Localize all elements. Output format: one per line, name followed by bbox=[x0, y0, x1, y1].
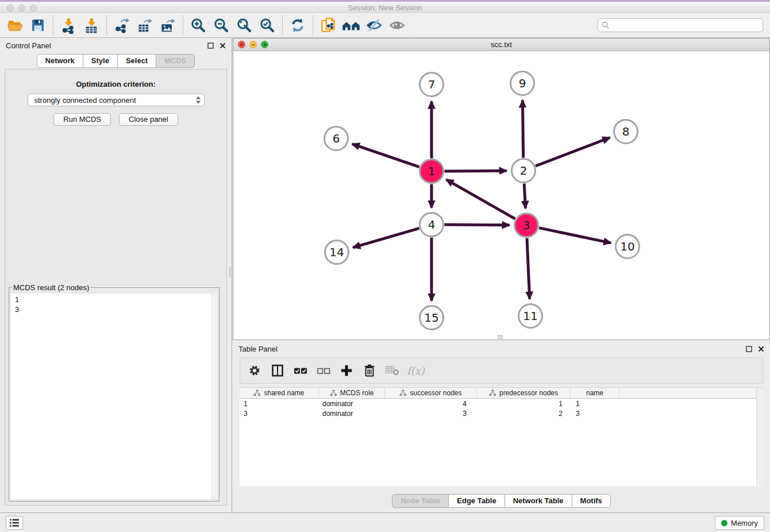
import-table-button[interactable] bbox=[80, 14, 103, 36]
graph-node-label-7: 7 bbox=[428, 78, 436, 91]
column-header-name[interactable]: name bbox=[571, 388, 619, 398]
table-body: 1dominator4113dominator323 bbox=[240, 399, 763, 418]
table-panel: Table Panel bbox=[233, 341, 770, 512]
table-panel-title: Table Panel bbox=[238, 345, 278, 353]
export-table-icon bbox=[136, 17, 153, 34]
main-toolbar bbox=[0, 13, 770, 38]
network-view-frame: scc.txt 7968124314101511 bbox=[233, 38, 770, 340]
graph-node-label-11: 11 bbox=[523, 309, 537, 323]
graph-node-label-10: 10 bbox=[620, 240, 634, 253]
window-titlebar: Session: New Session bbox=[0, 0, 770, 13]
optimization-criterion-select[interactable]: strongly connected component bbox=[28, 94, 205, 106]
table-row[interactable]: 1dominator411 bbox=[240, 399, 763, 408]
mcds-result-list[interactable]: 13 bbox=[11, 294, 217, 314]
float-table-panel-icon[interactable] bbox=[746, 346, 752, 352]
graph-edge-3-10[interactable] bbox=[539, 228, 611, 243]
tab-network[interactable]: Network bbox=[37, 54, 83, 68]
first-neighbors-button[interactable] bbox=[340, 14, 363, 36]
delete-column-button[interactable] bbox=[361, 362, 378, 379]
column-view-icon bbox=[271, 364, 284, 377]
export-image-button[interactable] bbox=[156, 14, 179, 36]
close-panel-icon[interactable] bbox=[220, 43, 226, 49]
column-header-predecessor-nodes[interactable]: predecessor nodes bbox=[477, 388, 571, 398]
tab-style[interactable]: Style bbox=[83, 54, 118, 68]
tab-mcds[interactable]: MCDS bbox=[156, 54, 195, 68]
column-header-successor-nodes[interactable]: successor nodes bbox=[385, 388, 477, 398]
tab-edge-table[interactable]: Edge Table bbox=[449, 494, 505, 508]
zoom-selected-button[interactable] bbox=[256, 14, 279, 36]
toolbar-separator bbox=[282, 16, 283, 35]
toolbar-separator bbox=[183, 16, 183, 35]
task-history-button[interactable] bbox=[6, 516, 23, 530]
import-network-button[interactable] bbox=[57, 14, 80, 36]
column-header-mcds-role[interactable]: MCDS role bbox=[319, 388, 385, 398]
canvas-grip[interactable] bbox=[498, 335, 503, 339]
tab-select[interactable]: Select bbox=[118, 54, 156, 68]
export-network-button[interactable] bbox=[110, 14, 133, 36]
open-session-button[interactable] bbox=[3, 14, 26, 36]
window-title: Session: New Session bbox=[0, 3, 770, 12]
memory-button[interactable]: Memory bbox=[715, 516, 764, 530]
deselect-all-button[interactable] bbox=[315, 362, 332, 379]
save-session-button[interactable] bbox=[26, 14, 49, 36]
refresh-button[interactable] bbox=[286, 14, 309, 36]
graph-edge-1-6[interactable] bbox=[352, 144, 419, 167]
graph-edge-2-8[interactable] bbox=[536, 138, 610, 167]
network-graph[interactable]: 7968124314101511 bbox=[233, 51, 769, 340]
column-view-button[interactable] bbox=[269, 362, 286, 379]
table-cell: 2 bbox=[477, 410, 571, 418]
zoom-in-button[interactable] bbox=[187, 14, 210, 36]
delete-table-button[interactable] bbox=[384, 362, 401, 379]
tree-icon bbox=[489, 390, 496, 396]
gear-icon bbox=[248, 364, 261, 377]
table-scrollbar[interactable] bbox=[756, 388, 763, 486]
graph-edge-3-11[interactable] bbox=[527, 238, 530, 299]
graph-node-label-1: 1 bbox=[428, 164, 436, 178]
mcds-result-line: 3 bbox=[15, 304, 217, 314]
table-row[interactable]: 3dominator323 bbox=[240, 408, 763, 418]
show-all-button[interactable] bbox=[386, 14, 409, 36]
duplicate-network-icon bbox=[319, 17, 337, 34]
tab-network-table[interactable]: Network Table bbox=[505, 494, 572, 508]
tab-node-table[interactable]: Node Table bbox=[392, 494, 449, 508]
table-cell: 4 bbox=[385, 400, 477, 408]
function-builder-button[interactable]: f(x) bbox=[407, 362, 425, 379]
table-settings-button[interactable] bbox=[246, 362, 263, 379]
graph-edge-2-9[interactable] bbox=[522, 101, 523, 158]
mcds-panel-body: Optimization criterion: strongly connect… bbox=[5, 69, 227, 506]
list-icon bbox=[9, 518, 20, 527]
result-scrollbar[interactable] bbox=[211, 294, 217, 499]
graph-edge-4-14[interactable] bbox=[353, 228, 419, 248]
graph-edge-4-3[interactable] bbox=[445, 225, 510, 225]
close-table-panel-icon[interactable] bbox=[758, 346, 764, 352]
column-header-shared-name[interactable]: shared name bbox=[240, 388, 319, 398]
search-input[interactable] bbox=[610, 21, 759, 29]
run-mcds-button[interactable]: Run MCDS bbox=[53, 113, 111, 126]
table-cell: 3 bbox=[385, 410, 477, 418]
search-field[interactable] bbox=[598, 18, 763, 32]
graph-edge-2-3[interactable] bbox=[524, 184, 525, 209]
graph-node-label-14: 14 bbox=[329, 245, 344, 259]
graph-edge-3-1[interactable] bbox=[446, 180, 515, 219]
add-column-button[interactable] bbox=[338, 362, 355, 379]
tab-motifs[interactable]: Motifs bbox=[572, 494, 611, 508]
optimization-criterion-value: strongly connected component bbox=[34, 96, 136, 105]
select-all-button[interactable] bbox=[292, 362, 309, 379]
hide-selected-button[interactable] bbox=[363, 14, 386, 36]
close-panel-button[interactable]: Close panel bbox=[119, 113, 178, 126]
zoom-out-icon bbox=[213, 17, 230, 34]
export-table-button[interactable] bbox=[133, 14, 156, 36]
graph-edge-1-2[interactable] bbox=[445, 171, 507, 171]
network-view-titlebar[interactable]: scc.txt bbox=[233, 38, 769, 51]
float-panel-icon[interactable] bbox=[207, 43, 214, 49]
table-tabs: Node Table Edge Table Network Table Moti… bbox=[233, 494, 770, 508]
duplicate-network-button[interactable] bbox=[317, 14, 340, 36]
graph-node-label-6: 6 bbox=[333, 132, 340, 145]
zoom-out-button[interactable] bbox=[210, 14, 233, 36]
zoom-fit-button[interactable] bbox=[233, 14, 256, 36]
tree-icon bbox=[253, 390, 261, 396]
network-canvas[interactable]: 7968124314101511 bbox=[233, 51, 769, 340]
table-cell: dominator bbox=[319, 400, 385, 408]
network-view-title: scc.txt bbox=[233, 40, 769, 49]
zoom-selected-icon bbox=[259, 17, 276, 34]
